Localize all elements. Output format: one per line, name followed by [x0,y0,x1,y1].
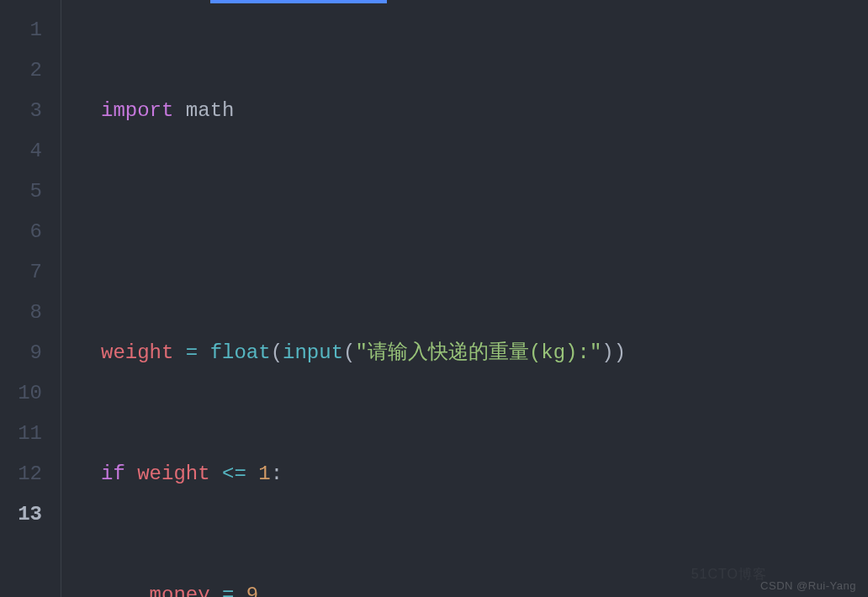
line-number: 7 [0,252,42,293]
line-number: 11 [0,414,42,454]
string: "请输入快递的重量(kg):" [355,341,601,364]
code-line[interactable]: if weight <= 1: [101,454,868,494]
builtin: float [210,341,271,364]
paren: )) [601,341,626,364]
line-number-current: 13 [0,494,42,535]
operator: = [186,341,198,364]
keyword: if [101,462,125,485]
line-number-gutter: 1 2 3 4 5 6 7 8 9 10 11 12 13 [0,0,61,597]
code-area[interactable]: import math weight = float(input("请输入快递的… [101,0,868,597]
line-number: 10 [0,373,42,414]
module: math [186,99,235,122]
code-line[interactable]: import math [101,91,868,131]
watermark-text: CSDN @Rui-Yang [760,579,856,592]
line-number: 12 [0,454,42,494]
number: 9 [246,584,258,597]
line-number: 1 [0,10,42,50]
line-number: 5 [0,172,42,212]
watermark-bg: 51CTO博客 [691,566,767,584]
code-line[interactable] [101,212,868,252]
keyword: import [101,99,173,122]
operator: <= [222,462,246,485]
variable: weight [101,341,173,364]
variable: money [150,584,210,597]
paren: ( [271,341,283,364]
line-number: 4 [0,131,42,172]
line-number: 6 [0,212,42,252]
gutter-border [61,0,101,597]
number: 1 [258,462,270,485]
line-number: 8 [0,293,42,333]
builtin: input [283,341,343,364]
line-number: 2 [0,50,42,91]
line-number: 9 [0,333,42,373]
code-editor[interactable]: 1 2 3 4 5 6 7 8 9 10 11 12 13 import mat… [0,0,868,597]
colon: : [271,462,283,485]
line-number: 3 [0,91,42,131]
operator: = [222,584,234,597]
paren: ( [343,341,355,364]
code-line[interactable]: weight = float(input("请输入快递的重量(kg):")) [101,333,868,373]
variable: weight [137,462,209,485]
